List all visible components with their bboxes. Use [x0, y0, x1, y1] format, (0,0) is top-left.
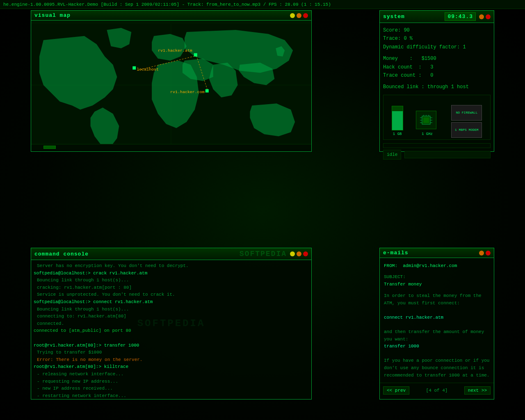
- minimize-button[interactable]: [290, 13, 295, 18]
- console-content[interactable]: Server has no encryption key. You don't …: [31, 260, 311, 399]
- console-min-button[interactable]: [290, 251, 295, 256]
- email-subject-row: SUBJECT: Transfer money: [384, 273, 490, 288]
- console-line: Service is unprotected. You don't need t…: [34, 291, 309, 299]
- console-controls[interactable]: [290, 251, 308, 256]
- trace-label: Trace:: [383, 36, 401, 41]
- score-value: 90: [404, 27, 409, 33]
- map-scrollbar[interactable]: [31, 144, 311, 150]
- console-header: command console SOFTPEDIA: [31, 248, 311, 260]
- money-row: Money : $1500: [383, 55, 491, 63]
- trace-count-row: Trace count : 0: [383, 71, 491, 80]
- email-from-label: FROM:: [384, 263, 397, 268]
- email-code2: transfer 1000: [384, 344, 419, 349]
- console-line: softpedia@localhost:> crack rv1.hacker.a…: [34, 270, 309, 277]
- score-row: Score: 90: [383, 26, 491, 34]
- sys-restore-button[interactable]: [479, 14, 484, 19]
- console-line: - requesting new IP address...: [34, 378, 309, 386]
- prev-button[interactable]: << prev: [383, 386, 409, 395]
- email-from-row: FROM: admin@rv1.hacker.com: [384, 262, 490, 270]
- console-title: command console: [34, 251, 89, 257]
- console-line: connected to [atm_public] on port 80: [34, 327, 309, 335]
- bounced-label: Bounced link : through 1 host: [383, 84, 469, 90]
- email-count: [4 of 4]: [426, 388, 448, 393]
- email-code1: connect rv1.hacker.atm: [384, 315, 443, 320]
- visual-map-controls[interactable]: [290, 13, 308, 18]
- console-lines: Server has no encryption key. You don't …: [34, 262, 309, 399]
- console-line: root@rv1.hacker.atm[80]:> transfer 1000: [34, 342, 309, 349]
- hw-cards: NO FIREWALL 1 MBPS MODEM: [451, 105, 482, 138]
- status-row: idle: [383, 150, 491, 160]
- console-line: Trying to transfer $1000: [34, 349, 309, 356]
- trace-row: Trace: 0 %: [383, 34, 491, 43]
- difficulty-value: 1: [463, 44, 466, 50]
- ram-label: 1 GB: [393, 131, 402, 137]
- email-content: FROM: admin@rv1.hacker.com SUBJECT: Tran…: [380, 258, 494, 383]
- console-panel: command console SOFTPEDIA Server has no …: [31, 248, 312, 399]
- email-nav: << prev [4 of 4] next >>: [380, 383, 494, 397]
- console-line: [34, 335, 309, 342]
- trace-count-value: 0: [430, 73, 433, 78]
- cpu-label: 1 GHz: [422, 131, 433, 137]
- scrollbar-thumb[interactable]: [43, 146, 56, 149]
- difficulty-row: Dynamic difficulty factor: 1: [383, 43, 491, 51]
- email-header: e-mails: [380, 248, 494, 258]
- title-bar: he.engine-1.00.0095.RVL-Hacker.Demo [Bui…: [0, 0, 525, 9]
- console-close-button[interactable]: [303, 251, 308, 256]
- console-line: root@rv1.hacker.atm[80]:> killtrace: [34, 363, 309, 371]
- system-content: Score: 90 Trace: 0 % Dynamic difficulty …: [380, 23, 494, 163]
- system-panel: system 09:43.3 Score: 90 Trace: 0 % Dyna…: [379, 10, 494, 152]
- console-watermark: SOFTPEDIA: [240, 250, 287, 258]
- console-line: - new IP address received...: [34, 385, 309, 393]
- console-line: cracking: rv1.hacker.atm[port : 80]: [34, 284, 309, 292]
- console-line: - restarting network interface...: [34, 393, 309, 399]
- visual-map-panel: visual map: [31, 10, 312, 152]
- email-subject-label: SUBJECT:: [384, 273, 490, 281]
- title-text: he.engine-1.00.0095.RVL-Hacker.Demo [Bui…: [3, 2, 331, 7]
- restore-button[interactable]: [297, 13, 301, 18]
- money-value: $1500: [422, 56, 436, 62]
- status-label: idle: [383, 150, 401, 160]
- system-controls[interactable]: [479, 14, 491, 19]
- email-controls[interactable]: [479, 251, 491, 256]
- hack-count-label: Hack count: [383, 64, 413, 70]
- hw-cpu: 1 GHz: [416, 111, 438, 137]
- console-line: softpedia@localhost:> connect rv1.hacker…: [34, 299, 309, 306]
- difficulty-label: Dynamic difficulty factor:: [383, 44, 460, 50]
- close-button[interactable]: [303, 13, 308, 18]
- svg-text:rv1.hacker.atm: rv1.hacker.atm: [158, 48, 192, 53]
- modem-card: 1 MBPS MODEM: [451, 122, 482, 138]
- hack-count-row: Hack count : 3: [383, 63, 491, 71]
- system-timer: 09:43.3: [445, 12, 476, 21]
- svg-rect-9: [205, 89, 209, 92]
- email-body-text3: If you have a poor connection or if you …: [384, 358, 489, 377]
- firewall-card: NO FIREWALL: [451, 105, 482, 121]
- next-button[interactable]: next >>: [464, 386, 491, 395]
- console-line: Bouncing link through 1 host(s)...: [34, 277, 309, 284]
- system-header: system 09:43.3: [380, 11, 494, 23]
- svg-rect-5: [132, 66, 136, 70]
- svg-text:rv1.hacker.com: rv1.hacker.com: [170, 90, 205, 94]
- trace-value: 0 %: [404, 36, 413, 41]
- email-restore-button[interactable]: [479, 251, 484, 256]
- progress-container: [383, 143, 491, 148]
- console-line: Error: There is no money on the server.: [34, 356, 309, 364]
- money-label: Money: [383, 56, 398, 62]
- email-body-text1: In order to steal the money from the ATM…: [384, 293, 482, 306]
- email-body: In order to steal the money from the ATM…: [384, 292, 490, 379]
- bounced-row: Bounced link : through 1 host: [383, 83, 491, 91]
- console-line: - releasing network interface...: [34, 371, 309, 378]
- console-restore-button[interactable]: [297, 251, 301, 256]
- sys-close-button[interactable]: [486, 14, 491, 19]
- visual-map-title: visual map: [34, 12, 71, 18]
- email-body-text2: and then transfer the amount of money yo…: [384, 329, 484, 342]
- visual-map-header: visual map: [31, 11, 311, 21]
- svg-text:localhost: localhost: [137, 67, 159, 72]
- email-close-button[interactable]: [486, 251, 491, 256]
- map-content: localhost rv1.hacker.atm rv1.hacker.com: [31, 21, 311, 150]
- svg-rect-12: [423, 117, 429, 123]
- hack-count-value: 3: [430, 64, 433, 70]
- status-bar: [404, 151, 491, 158]
- console-line: connected.: [34, 320, 309, 328]
- system-title: system: [383, 14, 405, 20]
- email-panel: e-mails FROM: admin@rv1.hacker.com SUBJE…: [379, 248, 494, 399]
